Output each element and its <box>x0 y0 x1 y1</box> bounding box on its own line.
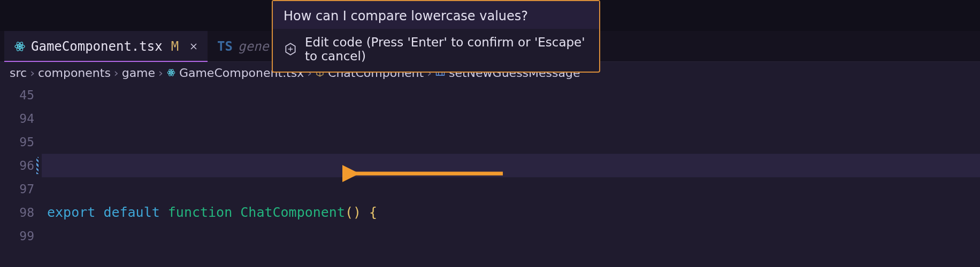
react-icon <box>166 68 176 77</box>
code-line[interactable]: export default function ChatComponent() … <box>42 201 980 224</box>
inline-chat-popup: How can I compare lowercase values? Edit… <box>272 0 600 73</box>
chevron-right-icon: › <box>30 66 35 80</box>
breadcrumb-item[interactable]: src <box>10 66 27 80</box>
tab-filename: GameComponent.tsx <box>31 39 163 54</box>
line-number: 45 <box>0 83 34 107</box>
tab-filename-inactive: gene <box>238 39 269 54</box>
sparkle-hex-icon <box>284 42 297 56</box>
current-line-highlight <box>42 154 980 177</box>
line-number: 98 <box>0 201 34 224</box>
breadcrumb-item[interactable]: components <box>38 66 111 80</box>
chevron-right-icon: › <box>158 66 163 80</box>
modified-indicator: M <box>171 39 179 54</box>
svg-point-4 <box>171 72 172 73</box>
token: function <box>168 205 232 220</box>
svg-point-0 <box>19 45 21 48</box>
line-number: 96 <box>0 154 34 177</box>
ts-icon: TS <box>217 39 233 54</box>
token: { <box>361 205 377 220</box>
line-gutter: 45 94 95 96 97 98 99 <box>0 83 42 267</box>
token: default <box>103 205 159 220</box>
inline-chat-input[interactable]: How can I compare lowercase values? <box>273 1 599 29</box>
token: ChatComponent <box>240 205 345 220</box>
line-number: 97 <box>0 177 34 201</box>
chevron-right-icon: › <box>114 66 119 80</box>
code-editor[interactable]: 45 94 95 96 97 98 99 export default func… <box>0 83 980 267</box>
token: () <box>345 205 361 220</box>
tab-gamecomponent[interactable]: GameComponent.tsx M <box>4 31 208 61</box>
code-area[interactable]: export default function ChatComponent() … <box>42 83 980 267</box>
close-icon[interactable] <box>189 39 198 54</box>
line-number: 99 <box>0 224 34 248</box>
react-icon <box>14 41 26 52</box>
breadcrumb-item[interactable]: game <box>122 66 155 80</box>
token: export <box>47 205 95 220</box>
tab-inactive[interactable]: TS gene <box>208 31 279 61</box>
line-number: 94 <box>0 107 34 130</box>
inline-chat-action[interactable]: Edit code (Press 'Enter' to confirm or '… <box>273 29 599 72</box>
inline-chat-action-label: Edit code (Press 'Enter' to confirm or '… <box>305 35 588 63</box>
line-number: 95 <box>0 130 34 154</box>
